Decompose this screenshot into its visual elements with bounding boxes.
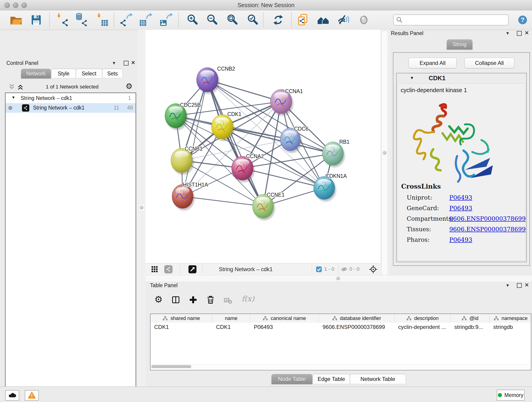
graph-node-CCNE1[interactable]: CCNE1 <box>253 192 285 220</box>
home-icon[interactable] <box>316 13 331 27</box>
help-icon[interactable]: ? <box>515 13 530 27</box>
search-input[interactable] <box>404 16 506 24</box>
expand-all-button[interactable]: Expand All <box>409 58 457 68</box>
column-header[interactable]: namespace <box>490 314 531 323</box>
control-panel-close-icon[interactable]: ✕ <box>131 60 135 66</box>
tab-sets[interactable]: Sets <box>102 69 123 78</box>
birds-eye-view-icon[interactable] <box>188 265 197 274</box>
svg-text:⚙: ⚙ <box>154 295 163 304</box>
hidden-eye-slash-icon[interactable] <box>341 266 348 273</box>
graph-node-RB1[interactable]: RB1 <box>322 139 349 167</box>
control-panel-float-icon[interactable] <box>124 61 128 65</box>
divider-handle[interactable] <box>336 276 340 280</box>
search-icon <box>396 17 403 23</box>
uniprot-link[interactable]: P06493 <box>449 194 472 201</box>
footer-separator <box>180 265 180 274</box>
network-graph[interactable]: CCNB2CCNA1CDC25BCDK1CDC6RB1CCNB1CCNA2CDK… <box>146 30 380 263</box>
memory-status-dot <box>498 393 502 397</box>
table-row[interactable]: CDK1 CDK1 P06493 9606.ENSP00000378699 cy… <box>151 323 531 332</box>
genecard-link[interactable]: P06493 <box>449 205 472 211</box>
grid-view-icon[interactable] <box>151 265 159 274</box>
cloud-button[interactable] <box>5 390 19 401</box>
divider-handle[interactable] <box>383 151 386 155</box>
tab-style[interactable]: Style <box>51 69 76 78</box>
export-table-icon[interactable] <box>139 13 153 27</box>
graph-node-HIST1H1A[interactable]: HIST1H1A <box>172 182 208 211</box>
crosslink-label: Tissues: <box>407 226 431 233</box>
table-options-gear-icon[interactable]: ⚙ <box>154 295 163 304</box>
divider-handle[interactable] <box>138 204 145 211</box>
warnings-button[interactable] <box>25 390 39 401</box>
column-header[interactable]: shared name <box>151 314 212 323</box>
expand-all-chevron-icon[interactable] <box>17 83 24 90</box>
column-header[interactable]: description <box>394 314 451 323</box>
hierarchy-icon <box>462 316 467 321</box>
network-row[interactable]: String Network – cdk1 11 48 <box>6 103 136 113</box>
zoom-out-icon[interactable] <box>205 13 220 27</box>
results-panel-title: Results Panel <box>391 30 423 36</box>
table-panel-close-icon[interactable]: ✕ <box>525 282 529 288</box>
zoom-fit-icon[interactable] <box>225 13 240 27</box>
tab-string[interactable]: String <box>447 39 472 50</box>
memory-button[interactable]: Memory <box>497 390 525 401</box>
import-table-icon[interactable] <box>94 13 109 27</box>
save-session-icon[interactable] <box>29 13 44 27</box>
compartments-link[interactable]: 9606.ENSP00000378699 <box>449 215 526 222</box>
tab-edge-table[interactable]: Edge Table <box>313 374 350 384</box>
graph-node-CDK1[interactable]: CDK1 <box>211 111 241 141</box>
tab-network-table[interactable]: Network Table <box>350 374 406 384</box>
delete-column-trash-icon[interactable] <box>206 295 215 304</box>
node-label-CDK1: CDK1 <box>227 111 241 117</box>
scrollbar-thumb[interactable] <box>151 365 191 368</box>
share-document-icon[interactable] <box>296 13 310 27</box>
tab-select[interactable]: Select <box>76 69 102 78</box>
hide-glasses-icon[interactable] <box>336 13 351 27</box>
fit-selected-crosshair-icon[interactable] <box>368 264 378 274</box>
refresh-icon[interactable] <box>271 13 285 27</box>
collapse-all-chevron-icon[interactable] <box>8 83 15 90</box>
graph-node-CCNB2[interactable]: CCNB2 <box>196 66 235 94</box>
node-label-CCNB1: CCNB1 <box>185 146 203 152</box>
tab-network[interactable]: Network <box>21 69 51 78</box>
zoom-in-icon[interactable] <box>185 13 200 27</box>
node-result-content: cyclin-dependent kinase 1 CrossLinks Uni… <box>397 83 526 261</box>
table-horizontal-scrollbar[interactable] <box>151 364 530 369</box>
import-network-from-database-icon[interactable] <box>74 13 89 27</box>
node-label-CDC6: CDC6 <box>294 126 309 132</box>
open-session-icon[interactable] <box>9 13 23 27</box>
column-header[interactable]: name <box>212 314 250 323</box>
zoom-selected-icon[interactable] <box>245 13 260 27</box>
show-columns-icon[interactable] <box>171 295 180 304</box>
tab-node-table[interactable]: Node Table <box>272 374 312 384</box>
export-image-icon[interactable] <box>159 13 174 27</box>
column-header[interactable]: @id <box>451 314 490 323</box>
column-header[interactable]: canonical name <box>250 314 319 323</box>
column-header[interactable]: database identifier <box>319 314 394 323</box>
result-collapse-icon[interactable]: ▼ <box>410 76 414 80</box>
search-box <box>393 14 509 26</box>
collection-expand-icon[interactable]: ▼ <box>12 95 15 100</box>
control-panel-menu-icon[interactable]: ▾ <box>113 60 115 66</box>
graph-node-CCNA1[interactable]: CCNA1 <box>270 88 303 116</box>
table-panel-menu-icon[interactable]: ▾ <box>506 282 509 288</box>
graph-node-CDC6[interactable]: CDC6 <box>280 126 308 153</box>
export-network-icon[interactable] <box>119 13 133 27</box>
import-network-from-file-icon[interactable] <box>55 13 70 27</box>
tissues-link[interactable]: 9606.ENSP00000378699 <box>449 226 526 233</box>
network-status-dot <box>8 106 12 110</box>
network-collection-row[interactable]: ▼ String Network – cdk1 1 <box>6 94 136 103</box>
table-panel-float-icon[interactable] <box>517 283 522 288</box>
selected-checkbox-icon[interactable] <box>316 266 322 272</box>
pharos-link[interactable]: P06493 <box>449 236 472 243</box>
network-share-icon[interactable] <box>164 265 172 274</box>
results-panel-menu-icon[interactable]: ▾ <box>506 30 509 36</box>
results-panel-close-icon[interactable]: ✕ <box>525 30 529 36</box>
collection-label: String Network – cdk1 <box>21 95 72 101</box>
add-column-icon[interactable] <box>189 295 198 304</box>
hierarchy-icon <box>494 316 499 321</box>
results-panel-float-icon[interactable] <box>517 31 522 36</box>
collapse-all-button[interactable]: Collapse All <box>464 58 514 68</box>
node-label-RB1: RB1 <box>339 139 350 145</box>
network-canvas[interactable]: CCNB2CCNA1CDC25BCDK1CDC6RB1CCNB1CCNA2CDK… <box>146 30 380 263</box>
network-options-gear-icon[interactable]: ⚙ <box>126 82 133 91</box>
